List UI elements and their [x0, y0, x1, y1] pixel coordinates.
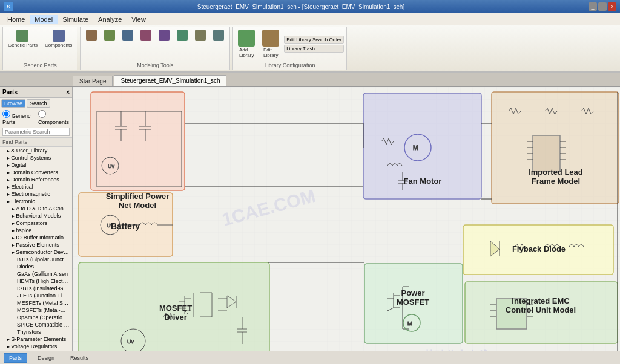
tree-item-15[interactable]: BJTs (Bipolar Junction: [0, 256, 72, 263]
window-controls: _ □ ×: [589, 2, 616, 11]
ribbon-tool-8[interactable]: [210, 28, 227, 42]
tree-item-2[interactable]: Digital: [0, 161, 72, 169]
sidebar-search-box: [0, 126, 72, 137]
sidebar-search-tab[interactable]: Search: [27, 99, 50, 108]
ribbon: Generic Parts Components Generic Parts M…: [0, 25, 620, 73]
menubar: Home Model Simulate Analyze View: [0, 13, 620, 25]
ribbon-group-library: AddLibrary EditLibrary Edit Library Sear…: [232, 27, 347, 70]
close-button[interactable]: ×: [608, 2, 616, 11]
tree-item-13[interactable]: Passive Elements: [0, 241, 72, 249]
tree-item-1[interactable]: Control Systems: [0, 154, 72, 161]
tree-item-22[interactable]: MOSFETs (Metal-Oxid: [0, 307, 72, 314]
tree-item-20[interactable]: JFETs (Junction Field-: [0, 292, 72, 299]
tree-item-16[interactable]: Diodes: [0, 263, 72, 270]
tree-item-11[interactable]: hspice: [0, 227, 72, 234]
tree-item-10[interactable]: Comparators: [0, 219, 72, 227]
sidebar: Parts × Browse Search Generic Parts Comp…: [0, 87, 73, 351]
tabbar: StartPage Steuergeraet_EMV_Simulation1_s…: [0, 73, 620, 87]
ribbon-btn-components[interactable]: Components: [42, 28, 74, 49]
radio-components[interactable]: Components: [38, 110, 70, 125]
tree-item-8[interactable]: A to D & D to A Converte: [0, 205, 72, 212]
power-mosfet-label: Power: [401, 288, 424, 297]
svg-text:MOSFET: MOSFET: [397, 297, 429, 307]
sidebar-tab-bar: Browse Search: [0, 98, 72, 109]
watermark-huizhi: 慧驰仿真在线: [423, 349, 490, 351]
tree-item-26[interactable]: S-Parameter Elements: [0, 336, 72, 343]
window-title: Steuergeraet_EMV_Simulation1_sch - [Steu…: [197, 4, 404, 10]
sidebar-radio-group: Generic Parts Components: [0, 109, 72, 126]
svg-text:M: M: [407, 320, 412, 327]
ribbon-tool-2[interactable]: [101, 28, 118, 42]
ribbon-group-generic-parts: Generic Parts Components Generic Parts: [2, 27, 78, 70]
tree-item-23[interactable]: OpAmps (Operational: [0, 314, 72, 321]
svg-text:Net Model: Net Model: [119, 201, 156, 210]
main-layout: Parts × Browse Search Generic Parts Comp…: [0, 87, 620, 351]
status-tab-results[interactable]: Results: [65, 353, 94, 363]
tree-item-9[interactable]: Behavioral Models: [0, 212, 72, 219]
sidebar-close-btn[interactable]: ×: [66, 89, 70, 96]
battery-label: Battery: [111, 221, 140, 231]
schematic-svg: Uv Uv Uv: [73, 87, 620, 351]
ribbon-tool-6[interactable]: [174, 28, 191, 42]
tab-schematic[interactable]: Steuergeraet_EMV_Simulation1_sch: [114, 75, 226, 86]
tree-item-18[interactable]: HEMTs (High Electron: [0, 278, 72, 285]
integrated-emc-label: Integrated EMC: [512, 296, 570, 305]
svg-text:Control Unit Model: Control Unit Model: [506, 305, 576, 314]
search-input[interactable]: [2, 128, 70, 136]
tree-item-19[interactable]: IGBTs (Insulated-Gate: [0, 285, 72, 292]
tree-item-25[interactable]: Thyristors: [0, 328, 72, 336]
svg-text:Driver: Driver: [164, 313, 187, 322]
ribbon-tool-3[interactable]: [119, 28, 136, 42]
menu-item-analyze[interactable]: Analyze: [93, 15, 127, 24]
ribbon-btn-library-trash[interactable]: Library Trash: [284, 45, 344, 53]
svg-rect-53: [533, 135, 560, 172]
status-tab-parts[interactable]: Parts: [4, 353, 27, 363]
sidebar-browse-tab[interactable]: Browse: [1, 99, 25, 108]
ribbon-group-modeling: Modeling Tools: [80, 27, 230, 70]
titlebar: S Steuergeraet_EMV_Simulation1_sch - [St…: [0, 0, 620, 13]
minimize-button[interactable]: _: [589, 2, 597, 11]
find-parts-label: Find Parts: [0, 137, 72, 147]
fan-motor-label: Fan Motor: [404, 177, 442, 186]
radio-generic[interactable]: Generic Parts: [2, 110, 36, 125]
svg-text:Uv: Uv: [108, 163, 114, 169]
svg-text:Frame Model: Frame Model: [532, 177, 580, 186]
tree-item-12[interactable]: IO-Buffer Information Spe: [0, 234, 72, 241]
tree-item-3[interactable]: Domain Converters: [0, 169, 72, 176]
imported-lead-label: Imported Lead: [529, 167, 583, 177]
tab-startpage[interactable]: StartPage: [73, 76, 113, 86]
ribbon-tool-4[interactable]: [137, 28, 154, 42]
tree-item-4[interactable]: Domain References: [0, 176, 72, 183]
menu-item-simulate[interactable]: Simulate: [58, 15, 93, 24]
maximize-button[interactable]: □: [598, 2, 607, 11]
menu-item-view[interactable]: View: [127, 15, 151, 24]
sidebar-header: Parts ×: [0, 87, 72, 98]
simplified-power-label: Simplified Power: [106, 192, 170, 201]
ribbon-tool-7[interactable]: [192, 28, 209, 42]
tree-item-17[interactable]: GaAs (Gallium Arsen: [0, 270, 72, 278]
tree-item-27[interactable]: Voltage Regulators: [0, 343, 72, 350]
ribbon-btn-add-library[interactable]: AddLibrary: [236, 28, 257, 59]
tree-item-24[interactable]: SPICE Compatible Mo: [0, 321, 72, 328]
menu-item-model[interactable]: Model: [30, 15, 58, 24]
tree-item-5[interactable]: Electrical: [0, 183, 72, 190]
sidebar-title: Parts: [2, 89, 18, 96]
svg-text:Uv: Uv: [127, 339, 134, 345]
ribbon-tool-5[interactable]: [156, 28, 173, 42]
tree-item-6[interactable]: Electromagnetic: [0, 190, 72, 198]
menu-item-home[interactable]: Home: [2, 15, 30, 24]
ribbon-btn-edit-library[interactable]: EditLibrary: [260, 28, 282, 59]
ribbon-tool-1[interactable]: [83, 28, 100, 42]
status-tab-design[interactable]: Design: [32, 353, 60, 363]
tree-item-28[interactable]: Fluidic: [0, 350, 72, 351]
ribbon-btn-search-order[interactable]: Edit Library Search Order: [284, 36, 344, 44]
svg-rect-2: [91, 92, 185, 190]
tree-item-7[interactable]: Electronic: [0, 198, 72, 205]
parts-tree: & User_LibraryControl SystemsDigitalDoma…: [0, 147, 72, 351]
canvas-area[interactable]: Uv Uv Uv: [73, 87, 620, 351]
tree-item-14[interactable]: Semiconductor Devices: [0, 249, 72, 256]
tree-item-21[interactable]: MESFETs (Metal Semi: [0, 299, 72, 307]
tree-item-0[interactable]: & User_Library: [0, 147, 72, 154]
ribbon-btn-generic-parts[interactable]: Generic Parts: [5, 28, 40, 49]
app-icon: S: [4, 2, 13, 11]
